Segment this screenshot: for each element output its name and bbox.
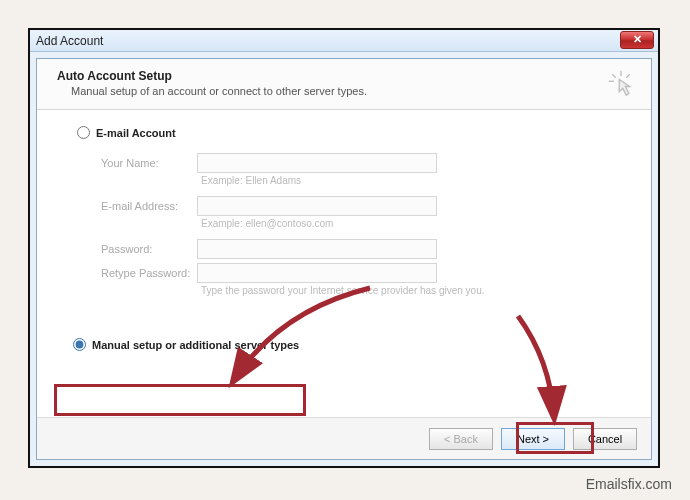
- cancel-button[interactable]: Cancel: [573, 428, 637, 450]
- close-button[interactable]: ✕: [620, 31, 654, 49]
- name-input: [197, 153, 437, 173]
- retype-label: Retype Password:: [101, 267, 197, 279]
- dialog-window: Add Account ✕ Auto Account Setup Manual …: [28, 28, 660, 468]
- svg-line-2: [626, 74, 630, 78]
- wizard-body: E-mail Account Your Name: Example: Ellen…: [37, 110, 651, 351]
- email-input: [197, 196, 437, 216]
- radio-email-account[interactable]: E-mail Account: [77, 126, 629, 139]
- radio-email-input[interactable]: [77, 126, 90, 139]
- password-hint: Type the password your Internet service …: [197, 285, 629, 296]
- password-label: Password:: [101, 243, 197, 255]
- name-example: Example: Ellen Adams: [197, 175, 629, 186]
- titlebar: Add Account ✕: [30, 30, 658, 52]
- cursor-icon: [607, 69, 635, 97]
- retype-input: [197, 263, 437, 283]
- window-title: Add Account: [36, 34, 103, 48]
- wizard-footer: < Back Next > Cancel: [37, 417, 651, 459]
- watermark: Emailsfix.com: [586, 476, 672, 492]
- radio-manual-input[interactable]: [73, 338, 86, 351]
- header-subtitle: Manual setup of an account or connect to…: [71, 85, 635, 97]
- email-label: E-mail Address:: [101, 200, 197, 212]
- wizard-panel: Auto Account Setup Manual setup of an ac…: [36, 58, 652, 460]
- svg-line-1: [612, 74, 616, 78]
- password-input: [197, 239, 437, 259]
- radio-manual-label: Manual setup or additional server types: [92, 339, 299, 351]
- name-label: Your Name:: [101, 157, 197, 169]
- next-button[interactable]: Next >: [501, 428, 565, 450]
- back-button: < Back: [429, 428, 493, 450]
- header-title: Auto Account Setup: [57, 69, 635, 83]
- radio-email-label: E-mail Account: [96, 127, 176, 139]
- email-example: Example: ellen@contoso.com: [197, 218, 629, 229]
- wizard-header: Auto Account Setup Manual setup of an ac…: [37, 59, 651, 110]
- email-form: Your Name: Example: Ellen Adams E-mail A…: [101, 153, 629, 296]
- radio-manual-setup[interactable]: Manual setup or additional server types: [73, 338, 629, 351]
